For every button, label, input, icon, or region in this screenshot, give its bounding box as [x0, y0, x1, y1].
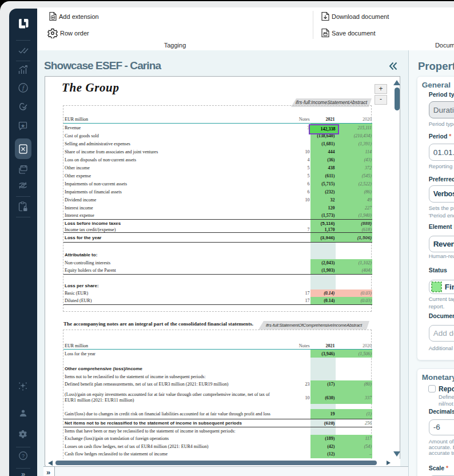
- svg-text:?: ?: [22, 453, 25, 459]
- svg-text:f: f: [22, 84, 25, 91]
- svg-text:★: ★: [21, 123, 25, 129]
